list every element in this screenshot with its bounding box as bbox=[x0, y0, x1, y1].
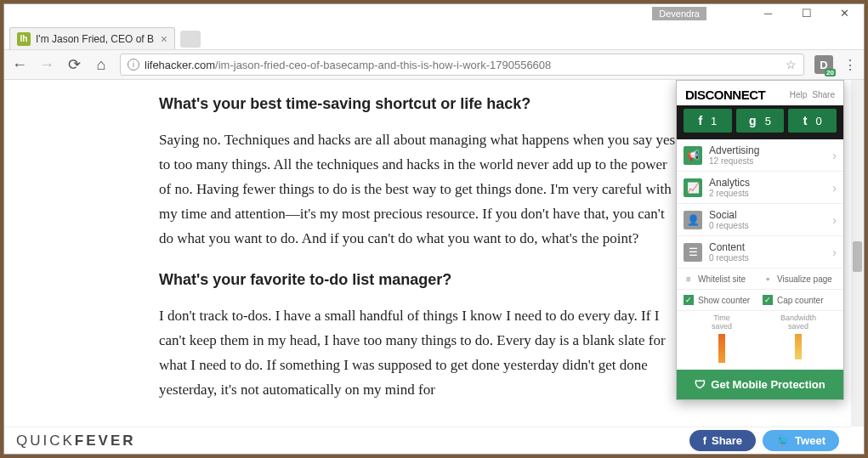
whitelist-site-option[interactable]: ≡Whitelist site bbox=[684, 274, 757, 284]
checkbox-checked-icon: ✓ bbox=[763, 295, 773, 305]
minimize-button[interactable]: ─ bbox=[749, 4, 787, 22]
site-brand: QUICKFEVER bbox=[16, 433, 136, 450]
category-icon: 📈 bbox=[684, 178, 702, 197]
shield-icon: 🛡 bbox=[695, 378, 706, 391]
vertical-scrollbar[interactable] bbox=[851, 80, 864, 427]
reload-button[interactable]: ⟳ bbox=[65, 55, 82, 74]
category-analytics[interactable]: 📈Analytics2 requests› bbox=[677, 172, 843, 204]
article-heading-2: What's your favorite to-do list manager? bbox=[159, 271, 678, 289]
category-name: Advertising bbox=[709, 144, 825, 156]
popup-graphs: Timesaved Bandwidthsaved bbox=[677, 311, 843, 370]
cap-counter-checkbox[interactable]: ✓Cap counter bbox=[763, 295, 837, 305]
scroll-thumb[interactable] bbox=[853, 241, 862, 272]
site-info-icon[interactable]: i bbox=[128, 59, 139, 71]
show-counter-checkbox[interactable]: ✓Show counter bbox=[684, 295, 757, 305]
category-name: Content bbox=[709, 241, 825, 253]
article-paragraph-1: Saying no. Techniques and hacks are all … bbox=[159, 128, 678, 251]
facebook-share-button[interactable]: fShare bbox=[689, 430, 756, 451]
close-window-button[interactable]: ✕ bbox=[825, 4, 864, 22]
badge-facebook[interactable]: f1 bbox=[684, 109, 732, 133]
visualize-page-option[interactable]: ⚬Visualize page bbox=[763, 274, 837, 284]
tab-title: I'm Jason Fried, CEO of B bbox=[36, 33, 156, 45]
facebook-icon: f bbox=[703, 434, 706, 447]
new-tab-button[interactable] bbox=[180, 31, 201, 48]
favicon-icon: lh bbox=[17, 32, 31, 46]
category-requests: 12 requests bbox=[709, 156, 825, 166]
bandwidth-saved-graph: Bandwidthsaved bbox=[760, 314, 837, 363]
browser-tab[interactable]: lh I'm Jason Fried, CEO of B × bbox=[9, 27, 175, 49]
category-requests: 2 requests bbox=[709, 189, 825, 198]
chevron-right-icon: › bbox=[832, 246, 837, 259]
category-name: Social bbox=[709, 209, 825, 221]
extension-badge: 20 bbox=[825, 69, 836, 76]
popup-social-badges: f1 g5 t0 bbox=[677, 105, 843, 139]
popup-checks-row: ✓Show counter ✓Cap counter bbox=[677, 290, 843, 311]
category-name: Analytics bbox=[709, 177, 825, 189]
home-button[interactable]: ⌂ bbox=[93, 56, 110, 74]
address-bar[interactable]: i lifehacker.com/im-jason-fried-ceo-of-b… bbox=[120, 54, 804, 76]
category-advertising[interactable]: 📢Advertising12 requests› bbox=[677, 139, 843, 172]
back-button[interactable]: ← bbox=[11, 56, 28, 74]
category-icon: ☰ bbox=[684, 243, 702, 262]
close-tab-icon[interactable]: × bbox=[161, 32, 167, 46]
popup-header: DISCONNECT Help Share bbox=[677, 81, 843, 105]
forward-button[interactable]: → bbox=[38, 56, 55, 74]
badge-google[interactable]: g5 bbox=[736, 109, 785, 133]
google-g-icon: g bbox=[749, 114, 757, 127]
disconnect-popup: DISCONNECT Help Share f1 g5 t0 📢Advertis… bbox=[676, 80, 844, 400]
tab-strip: lh I'm Jason Fried, CEO of B × bbox=[4, 22, 864, 49]
popup-share-link[interactable]: Share bbox=[812, 90, 835, 99]
article-paragraph-2: I don't track to-dos. I have a small han… bbox=[159, 304, 678, 403]
category-icon: 📢 bbox=[684, 146, 702, 165]
browser-toolbar: ← → ⟳ ⌂ i lifehacker.com/im-jason-fried-… bbox=[4, 49, 864, 80]
twitter-icon: 🐦 bbox=[776, 434, 790, 447]
maximize-button[interactable]: ☐ bbox=[787, 4, 825, 22]
facebook-f-icon: f bbox=[698, 114, 702, 127]
badge-twitter[interactable]: t0 bbox=[788, 109, 837, 133]
twitter-t-icon: t bbox=[803, 114, 808, 127]
browser-window: Devendra ─ ☐ ✕ lh I'm Jason Fried, CEO o… bbox=[3, 3, 865, 455]
disconnect-extension-icon[interactable]: D 20 bbox=[814, 55, 833, 74]
window-titlebar: Devendra ─ ☐ ✕ bbox=[4, 4, 864, 22]
page-content: What's your best time-saving shortcut or… bbox=[4, 80, 864, 454]
get-mobile-protection-button[interactable]: 🛡Get Mobile Protection bbox=[677, 370, 843, 399]
time-saved-graph: Timesaved bbox=[684, 314, 760, 363]
chevron-right-icon: › bbox=[832, 181, 837, 195]
category-requests: 0 requests bbox=[709, 253, 825, 263]
category-requests: 0 requests bbox=[709, 221, 825, 230]
twitter-tweet-button[interactable]: 🐦Tweet bbox=[763, 430, 839, 451]
article-heading-1: What's your best time-saving shortcut or… bbox=[159, 95, 678, 113]
footer-bar: QUICKFEVER fShare 🐦Tweet bbox=[4, 427, 851, 454]
chevron-right-icon: › bbox=[832, 213, 837, 227]
popup-title: DISCONNECT bbox=[685, 88, 785, 102]
list-icon: ≡ bbox=[684, 274, 694, 284]
checkbox-checked-icon: ✓ bbox=[684, 295, 694, 305]
category-social[interactable]: 👤Social0 requests› bbox=[677, 204, 843, 236]
graph-icon: ⚬ bbox=[763, 274, 773, 284]
bookmark-star-icon[interactable]: ☆ bbox=[786, 58, 797, 71]
popup-help-link[interactable]: Help bbox=[790, 90, 808, 99]
popup-options-row: ≡Whitelist site ⚬Visualize page bbox=[677, 269, 843, 290]
chevron-right-icon: › bbox=[832, 149, 837, 162]
category-icon: 👤 bbox=[684, 211, 702, 229]
article-body: What's your best time-saving shortcut or… bbox=[159, 95, 678, 423]
url-text: lifehacker.com/im-jason-fried-ceo-of-bas… bbox=[145, 59, 780, 71]
category-content[interactable]: ☰Content0 requests› bbox=[677, 236, 843, 269]
chrome-menu-button[interactable]: ⋮ bbox=[843, 57, 857, 73]
user-badge: Devendra bbox=[652, 7, 706, 20]
